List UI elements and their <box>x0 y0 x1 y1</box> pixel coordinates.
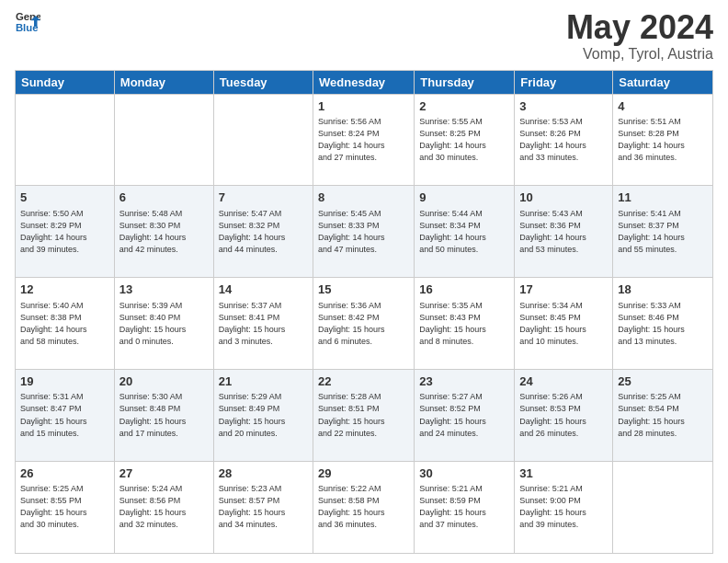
day-number: 27 <box>119 465 209 482</box>
title-block: May 2024 Vomp, Tyrol, Austria <box>566 9 713 63</box>
table-row: 23Sunrise: 5:27 AM Sunset: 8:52 PM Dayli… <box>415 370 515 462</box>
day-number: 24 <box>519 373 608 390</box>
calendar-week-row: 26Sunrise: 5:25 AM Sunset: 8:55 PM Dayli… <box>16 462 713 554</box>
day-number: 12 <box>20 282 109 298</box>
day-info: Sunrise: 5:45 AM Sunset: 8:33 PM Dayligh… <box>318 208 409 256</box>
day-number: 20 <box>119 373 209 390</box>
day-number: 21 <box>219 373 308 390</box>
table-row: 10Sunrise: 5:43 AM Sunset: 8:36 PM Dayli… <box>515 186 613 278</box>
day-info: Sunrise: 5:48 AM Sunset: 8:30 PM Dayligh… <box>119 208 209 256</box>
table-row: 27Sunrise: 5:24 AM Sunset: 8:56 PM Dayli… <box>114 462 213 554</box>
table-row: 5Sunrise: 5:50 AM Sunset: 8:29 PM Daylig… <box>16 186 115 278</box>
day-number: 5 <box>20 190 109 206</box>
day-info: Sunrise: 5:56 AM Sunset: 8:24 PM Dayligh… <box>318 116 409 164</box>
day-number: 16 <box>419 282 509 298</box>
table-row: 19Sunrise: 5:31 AM Sunset: 8:47 PM Dayli… <box>16 370 115 462</box>
day-number: 2 <box>419 98 509 115</box>
table-row <box>16 94 115 186</box>
day-info: Sunrise: 5:47 AM Sunset: 8:32 PM Dayligh… <box>219 208 308 256</box>
day-number: 17 <box>519 282 608 298</box>
table-row: 28Sunrise: 5:23 AM Sunset: 8:57 PM Dayli… <box>213 462 313 554</box>
day-number: 26 <box>20 465 109 482</box>
table-row: 22Sunrise: 5:28 AM Sunset: 8:51 PM Dayli… <box>313 370 415 462</box>
calendar-week-row: 19Sunrise: 5:31 AM Sunset: 8:47 PM Dayli… <box>16 370 713 462</box>
day-info: Sunrise: 5:44 AM Sunset: 8:34 PM Dayligh… <box>419 208 509 256</box>
table-row: 15Sunrise: 5:36 AM Sunset: 8:42 PM Dayli… <box>313 278 415 370</box>
day-number: 15 <box>318 282 409 298</box>
table-row: 2Sunrise: 5:55 AM Sunset: 8:25 PM Daylig… <box>415 94 515 186</box>
table-row: 6Sunrise: 5:48 AM Sunset: 8:30 PM Daylig… <box>114 186 213 278</box>
day-number: 9 <box>419 190 509 206</box>
day-info: Sunrise: 5:39 AM Sunset: 8:40 PM Dayligh… <box>119 300 209 348</box>
calendar-header-row: Sunday Monday Tuesday Wednesday Thursday… <box>16 70 713 94</box>
day-info: Sunrise: 5:43 AM Sunset: 8:36 PM Dayligh… <box>519 208 608 256</box>
table-row: 4Sunrise: 5:51 AM Sunset: 8:28 PM Daylig… <box>613 94 713 186</box>
day-info: Sunrise: 5:55 AM Sunset: 8:25 PM Dayligh… <box>419 116 509 164</box>
day-number: 31 <box>519 465 608 482</box>
day-info: Sunrise: 5:21 AM Sunset: 9:00 PM Dayligh… <box>519 483 608 531</box>
table-row: 3Sunrise: 5:53 AM Sunset: 8:26 PM Daylig… <box>515 94 613 186</box>
col-thursday: Thursday <box>415 70 515 94</box>
table-row: 17Sunrise: 5:34 AM Sunset: 8:45 PM Dayli… <box>515 278 613 370</box>
day-number: 22 <box>318 373 409 390</box>
day-number: 29 <box>318 465 409 482</box>
table-row <box>613 462 713 554</box>
day-number: 8 <box>318 190 409 206</box>
col-saturday: Saturday <box>613 70 713 94</box>
day-number: 30 <box>419 465 509 482</box>
day-number: 11 <box>618 190 708 206</box>
table-row: 1Sunrise: 5:56 AM Sunset: 8:24 PM Daylig… <box>313 94 415 186</box>
day-number: 6 <box>119 190 209 206</box>
day-info: Sunrise: 5:28 AM Sunset: 8:51 PM Dayligh… <box>318 391 409 439</box>
col-sunday: Sunday <box>16 70 115 94</box>
day-info: Sunrise: 5:30 AM Sunset: 8:48 PM Dayligh… <box>119 391 209 439</box>
header: General Blue May 2024 Vomp, Tyrol, Austr… <box>15 9 713 63</box>
day-number: 13 <box>119 282 209 298</box>
page-title: May 2024 <box>566 9 713 46</box>
day-info: Sunrise: 5:40 AM Sunset: 8:38 PM Dayligh… <box>20 300 109 348</box>
day-info: Sunrise: 5:25 AM Sunset: 8:54 PM Dayligh… <box>618 391 708 439</box>
table-row: 14Sunrise: 5:37 AM Sunset: 8:41 PM Dayli… <box>213 278 313 370</box>
table-row <box>114 94 213 186</box>
table-row: 9Sunrise: 5:44 AM Sunset: 8:34 PM Daylig… <box>415 186 515 278</box>
day-info: Sunrise: 5:24 AM Sunset: 8:56 PM Dayligh… <box>119 483 209 531</box>
col-tuesday: Tuesday <box>213 70 313 94</box>
table-row: 16Sunrise: 5:35 AM Sunset: 8:43 PM Dayli… <box>415 278 515 370</box>
day-info: Sunrise: 5:53 AM Sunset: 8:26 PM Dayligh… <box>519 116 608 164</box>
table-row: 12Sunrise: 5:40 AM Sunset: 8:38 PM Dayli… <box>16 278 115 370</box>
day-info: Sunrise: 5:37 AM Sunset: 8:41 PM Dayligh… <box>219 300 308 348</box>
logo-icon: General Blue <box>15 9 40 35</box>
day-info: Sunrise: 5:29 AM Sunset: 8:49 PM Dayligh… <box>219 391 308 439</box>
page-subtitle: Vomp, Tyrol, Austria <box>566 46 713 63</box>
day-info: Sunrise: 5:41 AM Sunset: 8:37 PM Dayligh… <box>618 208 708 256</box>
logo: General Blue <box>15 9 40 35</box>
day-number: 14 <box>219 282 308 298</box>
day-number: 4 <box>618 98 708 115</box>
col-friday: Friday <box>515 70 613 94</box>
day-number: 28 <box>219 465 308 482</box>
day-info: Sunrise: 5:51 AM Sunset: 8:28 PM Dayligh… <box>618 116 708 164</box>
table-row: 24Sunrise: 5:26 AM Sunset: 8:53 PM Dayli… <box>515 370 613 462</box>
table-row: 11Sunrise: 5:41 AM Sunset: 8:37 PM Dayli… <box>613 186 713 278</box>
day-info: Sunrise: 5:36 AM Sunset: 8:42 PM Dayligh… <box>318 300 409 348</box>
day-info: Sunrise: 5:21 AM Sunset: 8:59 PM Dayligh… <box>419 483 509 531</box>
day-number: 7 <box>219 190 308 206</box>
day-info: Sunrise: 5:23 AM Sunset: 8:57 PM Dayligh… <box>219 483 308 531</box>
calendar-week-row: 5Sunrise: 5:50 AM Sunset: 8:29 PM Daylig… <box>16 186 713 278</box>
day-info: Sunrise: 5:35 AM Sunset: 8:43 PM Dayligh… <box>419 300 509 348</box>
table-row: 25Sunrise: 5:25 AM Sunset: 8:54 PM Dayli… <box>613 370 713 462</box>
day-number: 10 <box>519 190 608 206</box>
calendar-table: Sunday Monday Tuesday Wednesday Thursday… <box>15 70 713 554</box>
day-number: 25 <box>618 373 708 390</box>
day-number: 23 <box>419 373 509 390</box>
table-row: 20Sunrise: 5:30 AM Sunset: 8:48 PM Dayli… <box>114 370 213 462</box>
day-info: Sunrise: 5:26 AM Sunset: 8:53 PM Dayligh… <box>519 391 608 439</box>
day-number: 1 <box>318 98 409 115</box>
day-info: Sunrise: 5:33 AM Sunset: 8:46 PM Dayligh… <box>618 300 708 348</box>
table-row: 21Sunrise: 5:29 AM Sunset: 8:49 PM Dayli… <box>213 370 313 462</box>
day-info: Sunrise: 5:31 AM Sunset: 8:47 PM Dayligh… <box>20 391 109 439</box>
day-number: 3 <box>519 98 608 115</box>
day-info: Sunrise: 5:50 AM Sunset: 8:29 PM Dayligh… <box>20 208 109 256</box>
day-number: 19 <box>20 373 109 390</box>
day-info: Sunrise: 5:34 AM Sunset: 8:45 PM Dayligh… <box>519 300 608 348</box>
